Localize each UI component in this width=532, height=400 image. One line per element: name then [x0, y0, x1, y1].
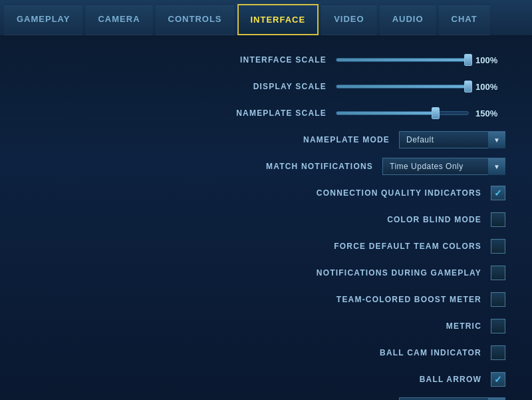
nameplate-scale-label: NAMEPLATE SCALE [114, 108, 327, 118]
ball-arrow-checkbox[interactable] [491, 372, 505, 387]
tab-chat[interactable]: CHAT [439, 4, 490, 35]
nameplate-mode-row: NAMEPLATE MODE Default Always On Off [27, 130, 505, 150]
tab-interface[interactable]: INTERFACE [237, 4, 319, 35]
color-blind-checkbox[interactable] [491, 212, 505, 227]
display-scale-track[interactable] [336, 85, 469, 89]
interface-scale-label: INTERFACE SCALE [114, 55, 327, 65]
nameplate-mode-select[interactable]: Default Always On Off [399, 131, 505, 148]
tab-video[interactable]: VIDEO [321, 4, 376, 35]
team-boost-meter-label: TEAM-COLORED BOOST METER [269, 295, 481, 304]
display-scale-label: DISPLAY SCALE [114, 82, 327, 91]
display-scale-row: DISPLAY SCALE 100% [27, 77, 505, 97]
notifications-gameplay-label: NOTIFICATIONS DURING GAMEPLAY [269, 268, 481, 278]
notifications-gameplay-row: NOTIFICATIONS DURING GAMEPLAY [27, 263, 505, 283]
tab-gameplay[interactable]: GAMEPLAY [4, 4, 82, 35]
performance-graphs-row: PERFORMANCE GRAPHS None FPS Ping All [27, 396, 505, 400]
tab-camera[interactable]: CAMERA [85, 4, 152, 35]
settings-panel: INTERFACE SCALE 100% DISPLAY SCALE 100% … [0, 37, 532, 400]
color-blind-label: COLOR BLIND MODE [269, 215, 481, 224]
metric-checkbox[interactable] [491, 319, 505, 333]
nameplate-scale-control: 150% [336, 108, 505, 118]
match-notifications-dropdown-wrapper: Time Updates Only All Off [382, 158, 505, 175]
team-boost-meter-row: TEAM-COLORED BOOST METER [27, 290, 505, 309]
interface-scale-track[interactable] [336, 58, 469, 62]
ball-cam-checkbox[interactable] [491, 345, 505, 360]
nameplate-mode-label: NAMEPLATE MODE [177, 135, 390, 144]
tab-audio[interactable]: AUDIO [380, 4, 436, 35]
ball-arrow-row: BALL ARROW [27, 369, 505, 389]
performance-graphs-dropdown-wrapper: None FPS Ping All [399, 397, 505, 400]
connection-quality-row: CONNECTION QUALITY INDICATORS [27, 183, 505, 203]
connection-quality-label: CONNECTION QUALITY INDICATORS [269, 188, 481, 198]
ball-cam-label: BALL CAM INDICATOR [269, 348, 481, 357]
force-default-team-row: FORCE DEFAULT TEAM COLORS [27, 236, 505, 256]
interface-scale-value: 100% [475, 55, 505, 65]
interface-scale-control: 100% [336, 55, 505, 65]
metric-label: METRIC [269, 321, 481, 331]
match-notifications-row: MATCH NOTIFICATIONS Time Updates Only Al… [27, 156, 505, 176]
nameplate-scale-row: NAMEPLATE SCALE 150% [27, 103, 505, 123]
tab-controls[interactable]: CONTROLS [156, 4, 235, 35]
ball-arrow-label: BALL ARROW [269, 375, 481, 384]
match-notifications-select[interactable]: Time Updates Only All Off [382, 158, 505, 175]
display-scale-control: 100% [336, 82, 505, 92]
match-notifications-label: MATCH NOTIFICATIONS [160, 162, 373, 171]
nameplate-mode-dropdown-wrapper: Default Always On Off [399, 131, 505, 148]
connection-quality-checkbox[interactable] [491, 186, 505, 200]
notifications-gameplay-checkbox[interactable] [491, 266, 505, 280]
metric-row: METRIC [27, 316, 505, 336]
display-scale-value: 100% [475, 82, 505, 92]
color-blind-row: COLOR BLIND MODE [27, 210, 505, 230]
interface-scale-row: INTERFACE SCALE 100% [27, 50, 505, 70]
team-boost-meter-checkbox[interactable] [491, 292, 505, 307]
force-default-team-label: FORCE DEFAULT TEAM COLORS [269, 242, 481, 251]
tab-bar: GAMEPLAY CAMERA CONTROLS INTERFACE VIDEO… [0, 0, 532, 37]
performance-graphs-select[interactable]: None FPS Ping All [399, 397, 505, 400]
force-default-team-checkbox[interactable] [491, 239, 505, 254]
nameplate-scale-track[interactable] [336, 111, 469, 115]
ball-cam-row: BALL CAM INDICATOR [27, 343, 505, 363]
nameplate-scale-value: 150% [475, 108, 505, 118]
